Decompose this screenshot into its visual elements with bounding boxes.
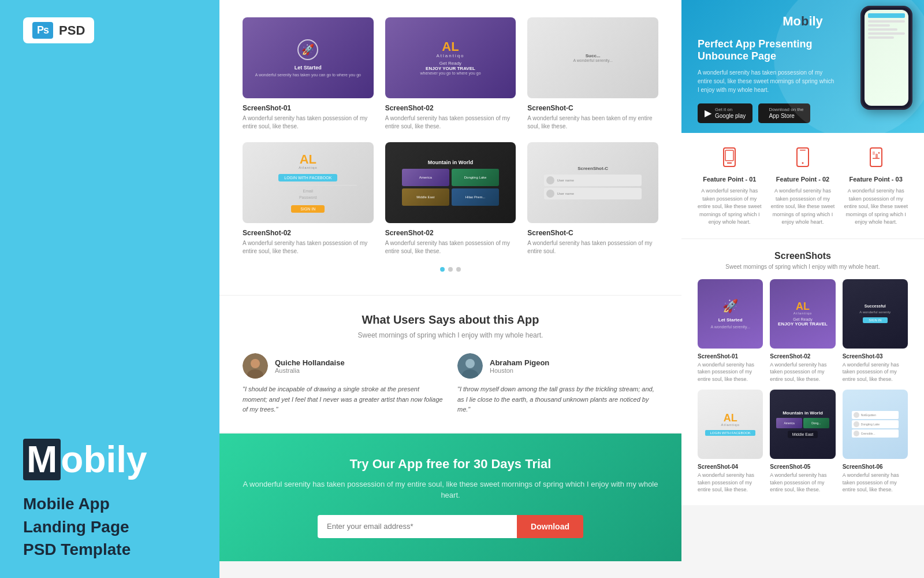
feature-card-3: Feature Point - 03 A wonderful serenity … — [844, 144, 908, 227]
mock-travel-card: Middle East — [788, 431, 818, 438]
mock-logo-al: AL — [442, 40, 459, 53]
feature-card-2: Feature Point - 02 A wonderful serenity … — [771, 144, 835, 227]
mock-rocket-icon: 🚀 — [297, 39, 318, 60]
ss-right-desc-4: A wonderful serenity has taken possessio… — [698, 472, 763, 494]
svg-rect-8 — [725, 150, 733, 161]
ss-right-desc-5: A wonderful serenity has taken possessio… — [770, 472, 835, 494]
feature-title-2: Feature Point - 02 — [776, 176, 829, 183]
screenshot-desc-4: A wonderful serenity has taken possessio… — [243, 239, 374, 255]
ss-right-desc-1: A wonderful serenity has taken possessio… — [698, 361, 763, 383]
tagline-line1: Mobile App — [23, 492, 147, 515]
screenshot-desc-1: A wonderful serenity has taken possessio… — [243, 114, 374, 131]
tagline-line2: Landing Page — [23, 516, 147, 538]
left-panel: Ps PSD Mobily Mobile App Landing Page PS… — [0, 0, 219, 578]
screenshot-title-2: ScreenShot-02 — [385, 104, 516, 112]
ss-right-card-6: NotEquitten Dongting Lake Grenoble... — [843, 390, 908, 494]
testimonial-text-1: "I should be incapable of drawing a sing… — [243, 384, 444, 415]
cta-email-input[interactable] — [318, 515, 517, 538]
ss-right-title-3: ScreenShot-03 — [843, 353, 908, 360]
feature-desc-3: A wonderful serenity has taken possessio… — [844, 187, 908, 227]
ss-right-desc-6: A wonderful serenity has taken possessio… — [843, 472, 908, 494]
download-button[interactable]: Download — [517, 515, 583, 538]
ss-right-desc-2: A wonderful serenity has taken possessio… — [770, 361, 835, 383]
testimonials-grid: Quiche Hollandaise Australia "I should b… — [243, 353, 658, 415]
feature-icon-wrap-2 — [790, 144, 815, 170]
testimonials-subtitle: Sweet mornings of spring which I enjoy w… — [243, 331, 658, 339]
mock-al-logo-4: AL — [724, 413, 737, 423]
mobily-m: M — [23, 439, 61, 480]
ss-right-img-1: 🚀 Let Started A wonderful serenity... — [698, 279, 763, 349]
features-section: Feature Point - 01 A wonderful serenity … — [681, 133, 924, 238]
author-avatar-2 — [457, 353, 483, 379]
features-grid: Feature Point - 01 A wonderful serenity … — [698, 144, 908, 227]
testimonials-section: What Users Says about this App Sweet mor… — [219, 296, 681, 432]
screenshot-desc-3: A wonderful serenity has been taken of m… — [527, 114, 658, 131]
google-play-button[interactable]: ▶ Get it on Google play — [698, 103, 752, 123]
screenshots-right-title: ScreenShots — [698, 251, 908, 261]
author-avatar-1 — [243, 353, 268, 379]
mock-let-started-text: Let Started — [718, 317, 743, 323]
testimonials-title: What Users Says about this App — [243, 313, 658, 327]
ss-right-grid-top: 🚀 Let Started A wonderful serenity... Sc… — [698, 279, 908, 383]
mock-mountain-world: Mountain in World — [783, 410, 823, 416]
testimonial-card-1: Quiche Hollandaise Australia "I should b… — [243, 353, 444, 415]
svg-rect-14 — [875, 154, 878, 158]
feature-title-1: Feature Point - 01 — [703, 176, 756, 183]
ps-badge: Ps PSD — [23, 17, 94, 43]
mock-atlantiqo-text-2: Atlantiqo — [793, 312, 812, 315]
hero-phone — [860, 6, 912, 110]
cta-subtitle: A wonderful serenity has taken possessio… — [243, 479, 658, 501]
ss-right-img-5: Mountain in World America Dong... Middle… — [770, 390, 835, 459]
cta-form: Download — [318, 515, 583, 538]
screenshot-img-2: AL Atlantiqo Get Ready ENJOY YOUR TRAVEL… — [385, 17, 516, 98]
mobily-rest: obily — [61, 439, 147, 480]
phone-alt-icon — [792, 147, 813, 168]
ps-label: PSD — [59, 23, 85, 38]
testimonial-author-2: Abraham Pigeon Houston — [457, 353, 658, 379]
feature-icon-wrap-1 — [717, 144, 742, 170]
feature-desc-1: A wonderful serenity has taken possessio… — [698, 187, 762, 227]
cta-title: Try Our App free for 30 Days Trial — [243, 457, 658, 472]
phone-screen — [865, 10, 908, 106]
ss-right-title-2: ScreenShot-02 — [770, 353, 835, 360]
author-name-2: Abraham Pigeon — [490, 358, 549, 367]
ss-right-title-1: ScreenShot-01 — [698, 353, 763, 360]
screenshot-card: 🚀 Let Started A wonderful serenity has t… — [243, 17, 374, 131]
svg-rect-13 — [873, 151, 875, 155]
google-play-label: Google play — [715, 113, 746, 120]
dot-3[interactable] — [456, 267, 461, 272]
ss-right-desc-3: A wonderful serenity has taken possessio… — [843, 361, 908, 383]
dot-2[interactable] — [448, 267, 453, 272]
screenshot-title-6: ScreenShot-C — [527, 229, 658, 237]
author-name-1: Quiche Hollandaise — [275, 358, 345, 367]
screenshot-title-5: ScreenShot-02 — [385, 229, 516, 237]
ss-right-title-4: ScreenShot-04 — [698, 464, 763, 470]
mobily-logo: Mobily — [23, 438, 147, 481]
cta-section: Try Our App free for 30 Days Trial A won… — [219, 433, 681, 561]
screenshot-img-1: 🚀 Let Started A wonderful serenity has t… — [243, 17, 374, 98]
mock-al-logo-2: AL — [796, 301, 810, 312]
ss-right-card-3: Successful A wonderful serenity SIGN IN … — [843, 279, 908, 383]
screenshot-card: AL Atlantiqo LOGIN WITH FACEBOOK Email P… — [243, 142, 374, 255]
ss-right-grid-bottom: AL Atlantiqo LOGIN WITH FACEBOOK ScreenS… — [698, 390, 908, 494]
screenshot-desc-2: A wonderful serenity has taken possessio… — [385, 114, 516, 131]
screenshot-img-5: Mountain in World America Dongting Lake … — [385, 142, 516, 223]
left-tagline: Mobile App Landing Page PSD Template — [23, 492, 147, 561]
screenshot-img-4: AL Atlantiqo LOGIN WITH FACEBOOK Email P… — [243, 142, 374, 223]
google-play-sub: Get it on — [715, 107, 746, 113]
author-info-1: Quiche Hollandaise Australia — [275, 358, 345, 374]
app-store-sub: Download on the — [769, 107, 803, 113]
screenshot-img-6: ScreenShot-C User name User name — [527, 142, 658, 223]
tagline-line3: PSD Template — [23, 538, 147, 561]
svg-point-1 — [251, 359, 260, 368]
author-info-2: Abraham Pigeon Houston — [490, 358, 549, 374]
main-content: 🚀 Let Started A wonderful serenity has t… — [219, 0, 681, 578]
mock-logo-sub: Atlantiqo — [436, 53, 464, 58]
ss-right-card-5: Mountain in World America Dong... Middle… — [770, 390, 835, 494]
feature-card-1: Feature Point - 01 A wonderful serenity … — [698, 144, 762, 227]
screenshot-desc-6: A wonderful serenity has taken possessio… — [527, 239, 658, 255]
testimonial-card-2: Abraham Pigeon Houston "I throw myself d… — [457, 353, 658, 415]
ps-icon: Ps — [32, 22, 53, 39]
google-play-icon: ▶ — [705, 108, 711, 118]
dot-1[interactable] — [440, 267, 445, 272]
